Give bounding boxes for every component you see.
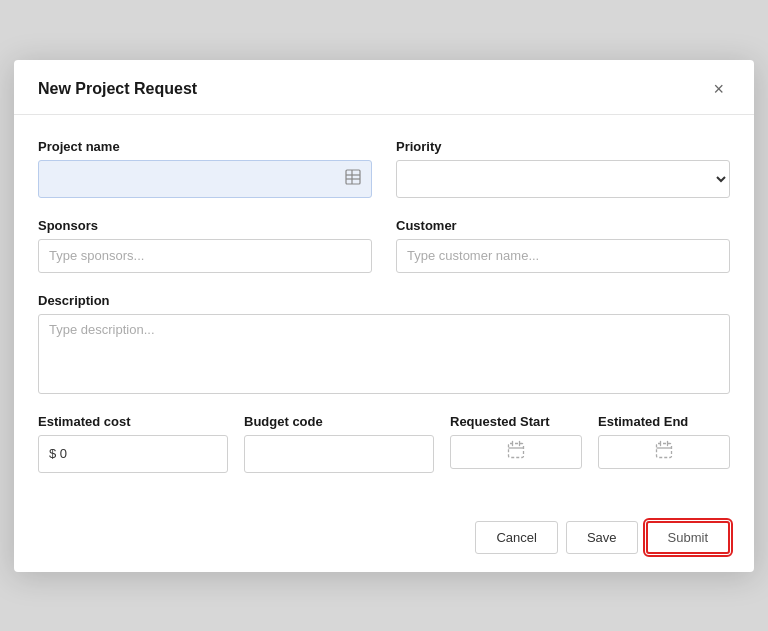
- svg-rect-8: [657, 443, 672, 457]
- dialog-footer: Cancel Save Submit: [14, 509, 754, 572]
- customer-input[interactable]: [396, 239, 730, 273]
- requested-start-date-picker[interactable]: [450, 435, 582, 469]
- dialog-backdrop: New Project Request × Project name: [0, 0, 768, 631]
- description-textarea[interactable]: [38, 314, 730, 394]
- group-budget-code: Budget code: [244, 414, 434, 473]
- budget-code-input[interactable]: [244, 435, 434, 473]
- save-button[interactable]: Save: [566, 521, 638, 554]
- group-customer: Customer: [396, 218, 730, 273]
- close-button[interactable]: ×: [707, 78, 730, 100]
- group-estimated-cost: Estimated cost: [38, 414, 228, 473]
- row-description: Description: [38, 293, 730, 394]
- priority-label: Priority: [396, 139, 730, 154]
- submit-button[interactable]: Submit: [646, 521, 730, 554]
- estimated-cost-label: Estimated cost: [38, 414, 228, 429]
- new-project-dialog: New Project Request × Project name: [14, 60, 754, 572]
- cancel-button[interactable]: Cancel: [475, 521, 557, 554]
- dialog-header: New Project Request ×: [14, 60, 754, 115]
- sponsors-input[interactable]: [38, 239, 372, 273]
- group-sponsors: Sponsors: [38, 218, 372, 273]
- budget-code-label: Budget code: [244, 414, 434, 429]
- dialog-title: New Project Request: [38, 80, 197, 98]
- dialog-body: Project name: [14, 115, 754, 509]
- estimated-end-label: Estimated End: [598, 414, 730, 429]
- priority-select[interactable]: Low Medium High: [396, 160, 730, 198]
- group-priority: Priority Low Medium High: [396, 139, 730, 198]
- row-project-priority: Project name: [38, 139, 730, 198]
- group-estimated-end: Estimated End: [598, 414, 730, 473]
- project-name-input[interactable]: [38, 160, 372, 198]
- requested-start-calendar-icon: [506, 440, 526, 464]
- estimated-end-date-picker[interactable]: [598, 435, 730, 469]
- project-name-wrapper: [38, 160, 372, 198]
- customer-label: Customer: [396, 218, 730, 233]
- group-project-name: Project name: [38, 139, 372, 198]
- group-requested-start: Requested Start: [450, 414, 582, 473]
- svg-rect-4: [509, 443, 524, 457]
- description-label: Description: [38, 293, 730, 308]
- project-name-label: Project name: [38, 139, 372, 154]
- estimated-end-calendar-icon: [654, 440, 674, 464]
- row-sponsors-customer: Sponsors Customer: [38, 218, 730, 273]
- row-cost-dates: Estimated cost Budget code Requested Sta…: [38, 414, 730, 473]
- sponsors-label: Sponsors: [38, 218, 372, 233]
- requested-start-label: Requested Start: [450, 414, 582, 429]
- estimated-cost-input[interactable]: [38, 435, 228, 473]
- group-description: Description: [38, 293, 730, 394]
